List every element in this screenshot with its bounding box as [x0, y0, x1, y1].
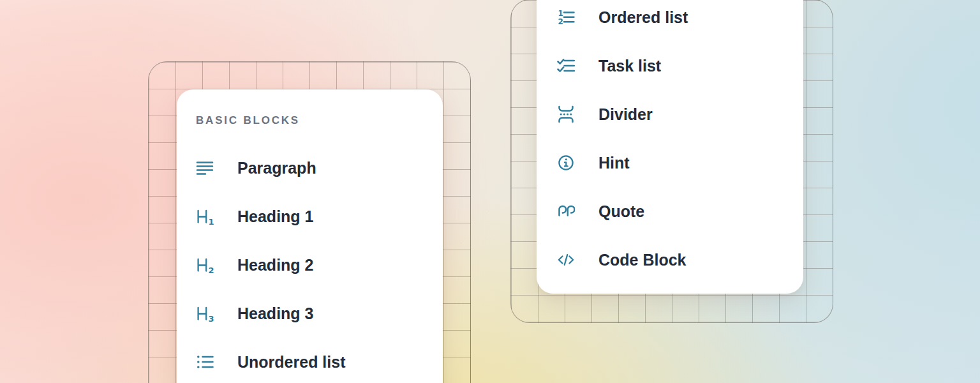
blocks-menu-continued: 12Ordered listTask listDividerHintQuoteC… — [557, 8, 803, 269]
basic-blocks-card: BASIC BLOCKS Paragraph1Heading 12Heading… — [177, 89, 443, 383]
section-header: BASIC BLOCKS — [196, 114, 443, 128]
menu-item-code-block[interactable]: Code Block — [557, 251, 803, 269]
unordered-list-icon — [196, 353, 214, 371]
paragraph-icon — [196, 159, 214, 177]
heading-3-icon: 3 — [196, 304, 214, 322]
ordered-list-icon: 12 — [557, 8, 575, 26]
menu-item-label: Heading 1 — [237, 207, 313, 226]
menu-item-ordered-list[interactable]: 12Ordered list — [557, 8, 803, 26]
menu-item-label: Hint — [598, 154, 630, 172]
svg-text:1: 1 — [558, 9, 563, 18]
heading-1-icon: 1 — [196, 207, 214, 225]
basic-blocks-menu: Paragraph1Heading 12Heading 23Heading 3U… — [196, 159, 443, 371]
menu-item-divider[interactable]: Divider — [557, 105, 803, 123]
menu-item-label: Ordered list — [598, 8, 688, 27]
menu-item-label: Code Block — [598, 251, 687, 269]
svg-text:1: 1 — [209, 217, 214, 225]
task-list-icon — [557, 57, 575, 75]
svg-text:2: 2 — [558, 17, 563, 26]
svg-text:2: 2 — [209, 266, 214, 274]
menu-item-unordered-list[interactable]: Unordered list — [196, 353, 443, 371]
blocks-card-continued: 12Ordered listTask listDividerHintQuoteC… — [537, 0, 803, 294]
menu-item-paragraph[interactable]: Paragraph — [196, 159, 443, 177]
menu-item-heading-1[interactable]: 1Heading 1 — [196, 207, 443, 225]
menu-item-label: Heading 3 — [237, 304, 313, 323]
code-block-icon — [557, 251, 575, 269]
hint-icon — [557, 154, 575, 172]
menu-item-label: Paragraph — [237, 159, 316, 177]
menu-item-quote[interactable]: Quote — [557, 202, 803, 220]
menu-item-task-list[interactable]: Task list — [557, 57, 803, 75]
menu-item-label: Quote — [598, 202, 644, 221]
menu-item-heading-3[interactable]: 3Heading 3 — [196, 304, 443, 322]
menu-item-label: Unordered list — [237, 353, 345, 372]
heading-2-icon: 2 — [196, 256, 214, 274]
divider-icon — [557, 105, 575, 123]
menu-item-label: Divider — [598, 105, 653, 124]
menu-item-hint[interactable]: Hint — [557, 154, 803, 172]
quote-icon — [557, 202, 575, 220]
menu-item-label: Heading 2 — [237, 256, 313, 274]
svg-text:3: 3 — [209, 314, 214, 322]
menu-item-heading-2[interactable]: 2Heading 2 — [196, 256, 443, 274]
menu-item-label: Task list — [598, 57, 661, 75]
